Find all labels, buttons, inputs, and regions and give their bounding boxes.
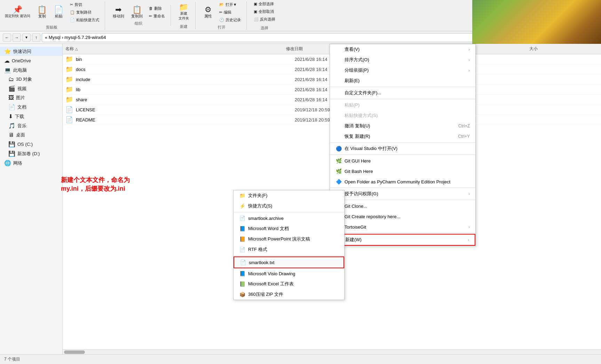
ctx-item-undo-copy[interactable]: 撤消 复制(U) Ctrl+Z xyxy=(330,121,475,131)
sidebar-item-desktop[interactable]: 🖥 桌面 xyxy=(0,130,62,140)
ctx-item-git-clone[interactable]: 🌿 Git Clone... xyxy=(330,201,475,211)
sidebar-item-quick-access[interactable]: ⭐ 快速访问 xyxy=(0,47,62,56)
toolbar-btn-invert-selection[interactable]: ⬜ 反向选择 xyxy=(252,16,277,23)
ctx-item-360zip[interactable]: 📦 360压缩 ZIP 文件 xyxy=(234,289,344,300)
toolbar-btn-select-all[interactable]: ▣ 全部选择 xyxy=(252,1,277,7)
ctx-item-open-pycharm[interactable]: 🔷 Open Folder as PyCharm Community Editi… xyxy=(330,176,475,187)
sidebar-item-os-c[interactable]: 💾 OS (C:) xyxy=(0,140,62,149)
toolbar-btn-delete[interactable]: 🗑 删除 xyxy=(148,5,166,12)
sidebar-item-documents[interactable]: 📄 文档 xyxy=(0,102,62,112)
toolbar-btn-move-to[interactable]: ➡ 移动到 xyxy=(111,5,126,19)
toolbar-btn-paste[interactable]: 📄 粘贴 xyxy=(52,5,66,19)
ctx-item-shortcut[interactable]: ⚡ 快捷方式(S) xyxy=(234,201,344,211)
sidebar-item-new-volume-d[interactable]: 💾 新加卷 (D:) xyxy=(0,149,62,158)
documents-icon: 📄 xyxy=(8,104,15,110)
back-button[interactable]: ← xyxy=(3,33,11,42)
address-bar[interactable]: « Mysql › mysql-5.7.29-winx64 xyxy=(42,33,490,42)
toolbar-btn-open[interactable]: 📂 打开▼ xyxy=(218,1,242,8)
sidebar-item-pictures[interactable]: 🖼 图片 xyxy=(0,93,62,102)
file-icon: 📄 xyxy=(63,106,76,113)
ctx-item-group-by[interactable]: 分组依据(P) › xyxy=(330,65,475,76)
sidebar-item-3d-objects[interactable]: 🗂 3D 对象 xyxy=(0,75,62,84)
sidebar-item-new-volume-d-label: 新加卷 (D:) xyxy=(17,151,40,157)
move-to-icon: ➡ xyxy=(115,6,121,14)
forward-button[interactable]: → xyxy=(13,33,21,42)
toolbar-btn-cut[interactable]: ✂ 剪切 xyxy=(69,1,101,8)
toolbar-btn-copy-path[interactable]: 📋 复制路径 xyxy=(69,9,101,16)
sidebar-item-music[interactable]: 🎵 音乐 xyxy=(0,121,62,130)
toolbar-btn-deselect-all[interactable]: ▣ 全部取消 xyxy=(252,8,277,15)
toolbar-btn-copy[interactable]: 📋 复制 xyxy=(35,5,49,19)
select-all-icon: ▣ xyxy=(254,2,257,6)
file-name: include xyxy=(76,77,295,82)
annotation-text: 新建个文本文件，命名为my.ini，后缀要改为.ini xyxy=(61,176,151,193)
sidebar-item-onedrive[interactable]: ☁ OneDrive xyxy=(0,56,62,65)
ctx-separator xyxy=(330,188,475,188)
ctx-item-grant-access[interactable]: 🔒 授予访问权限(G) › xyxy=(330,189,475,199)
header-size[interactable]: 大小 xyxy=(527,45,601,53)
open-icon: 📂 xyxy=(219,2,224,7)
sidebar-item-videos[interactable]: 🎬 视频 xyxy=(0,84,62,93)
ctx-item-powerpoint[interactable]: 📙 Microsoft PowerPoint 演示文稿 xyxy=(234,234,344,244)
properties-icon: ⚙ xyxy=(205,6,212,14)
sidebar-item-downloads[interactable]: ⬇ 下载 xyxy=(0,112,62,121)
up-button[interactable]: ▼ xyxy=(22,33,31,42)
ctx-item-open-vs[interactable]: 🔵 在 Visual Studio 中打开(V) xyxy=(330,143,475,154)
file-name: LICENSE xyxy=(76,107,295,112)
toolbar-btn-copy-to[interactable]: 📋 复制到 xyxy=(129,5,145,19)
toolbar-btn-move-to-label: 移动到 xyxy=(113,14,124,19)
music-icon: 🎵 xyxy=(8,122,15,129)
sidebar-item-network[interactable]: 🌐 网络 xyxy=(0,158,62,168)
ctx-item-sort[interactable]: 排序方式(O) › xyxy=(330,55,475,65)
ctx-item-smartlook-archive[interactable]: 📄 smartlook.archive xyxy=(234,213,344,223)
ctx-item-excel[interactable]: 📗 Microsoft Excel 工作表 xyxy=(234,279,344,289)
ctx-item-tortoisegit[interactable]: 🐢 TortoiseGit › xyxy=(330,222,475,232)
sidebar: ⭐ 快速访问 ☁ OneDrive 💻 此电脑 🗂 3D 对象 🎬 视频 🖼 图… xyxy=(0,44,63,354)
parent-dir-button[interactable]: ↑ xyxy=(32,33,40,42)
toolbar-btn-edit[interactable]: ✏ 编辑 xyxy=(218,9,242,16)
ctx-separator xyxy=(234,212,344,212)
ctx-item-git-create-repo[interactable]: 🌿 Git Create repository here... xyxy=(330,211,475,222)
toolbar-btn-new-folder[interactable]: 📁 新建文件夹 xyxy=(176,2,191,23)
file-name: docs xyxy=(76,67,295,72)
pictures-icon: 🖼 xyxy=(8,95,14,101)
ctx-item-view[interactable]: 查看(V) › xyxy=(330,44,475,55)
ctx-separator xyxy=(330,200,475,200)
folder-icon: 📁 xyxy=(63,65,76,73)
toolbar-btn-properties[interactable]: ⚙ 属性 xyxy=(201,2,215,23)
sort-arrow: △ xyxy=(75,47,78,51)
clipboard-small-btns: ✂ 剪切 📋 复制路径 📄 粘贴快捷方式 xyxy=(69,1,101,23)
ctx-item-folder[interactable]: 📁 文件夹(F) xyxy=(234,190,344,201)
toolbar-btn-history[interactable]: 🕐 历史记录 xyxy=(218,17,242,23)
ctx-item-paste-shortcut[interactable]: 粘贴快捷方式(S) xyxy=(330,110,475,121)
ctx-item-redo-new[interactable]: 恢复 新建(R) Ctrl+Y xyxy=(330,131,475,142)
scrollbar-thumb[interactable] xyxy=(64,350,85,354)
group-by-icon xyxy=(335,67,342,73)
ctx-item-git-bash[interactable]: 🌿 Git Bash Here xyxy=(330,166,475,176)
paste-icon: 📄 xyxy=(54,6,63,14)
toolbar-btn-paste-shortcut[interactable]: 📄 粘贴快捷方式 xyxy=(69,17,101,23)
ctx-item-smartlook-txt[interactable]: 📄 smartlook.txt xyxy=(234,256,344,268)
ctx-item-word-doc[interactable]: 📘 Microsoft Word 文档 xyxy=(234,223,344,234)
toolbar-btn-rename[interactable]: ✏ 重命名 xyxy=(148,13,166,19)
sidebar-item-this-pc[interactable]: 💻 此电脑 xyxy=(0,65,62,75)
ctx-item-customize-folder[interactable]: 自定义文件夹(F)... xyxy=(330,88,475,98)
select-small-btns: ▣ 全部选择 ▣ 全部取消 ⬜ 反向选择 xyxy=(252,1,277,23)
redo-icon xyxy=(335,133,342,140)
breadcrumb: « Mysql › mysql-5.7.29-winx64 xyxy=(45,35,106,40)
ctx-item-paste[interactable]: 粘贴(P) xyxy=(330,100,475,110)
desktop-icon: 🖥 xyxy=(8,132,14,138)
header-name[interactable]: 名称 △ xyxy=(63,45,283,53)
ctx-item-rtf[interactable]: 📄 RTF 格式 xyxy=(234,244,344,255)
quick-access-icon: ⭐ xyxy=(4,48,11,55)
horizontal-scrollbar[interactable] xyxy=(63,349,601,354)
sort-icon xyxy=(335,57,342,63)
toolbar-btn-pin[interactable]: 📌 固定到快 速访问 xyxy=(3,5,32,19)
zip-icon: 📦 xyxy=(239,291,245,298)
ctx-item-visio[interactable]: 📘 Microsoft Visio Drawing xyxy=(234,268,344,279)
ctx-item-new[interactable]: 新建(W) › xyxy=(330,234,475,246)
folder-icon: 📁 xyxy=(63,86,76,93)
ctx-item-refresh[interactable]: 刷新(E) xyxy=(330,76,475,86)
file-name: lib xyxy=(76,87,295,92)
ctx-item-git-gui[interactable]: 🌿 Git GUI Here xyxy=(330,156,475,166)
